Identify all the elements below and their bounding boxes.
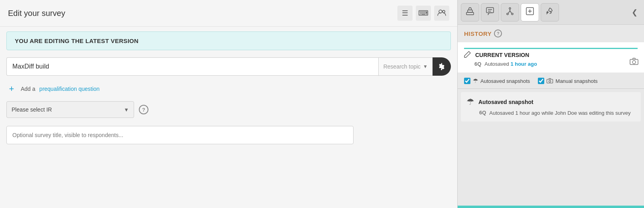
library-icon (466, 7, 474, 18)
svg-point-12 (632, 61, 636, 64)
camera-icon[interactable] (630, 58, 638, 67)
help-users-icon-button[interactable] (434, 6, 449, 21)
ir-dropdown[interactable]: Please select IR ▼ (6, 101, 134, 118)
prequal-row: + Add a prequalification question (6, 84, 451, 94)
current-version-q-count: 6Q (474, 61, 481, 67)
pencil-icon (464, 51, 471, 59)
current-version-card: CURRENT VERSION 6Q Autosaved 1 hour ago (458, 42, 644, 73)
optional-title-input[interactable] (6, 126, 354, 144)
prequal-prefix: Add a (21, 86, 36, 92)
current-version-saved-text: Autosaved 1 hour ago (484, 61, 537, 67)
snapshot-card: ☂ Autosaved snapshot 6Q Autosaved 1 hour… (461, 92, 641, 122)
manual-filter-label: Manual snapshots (555, 78, 598, 84)
svg-point-7 (509, 8, 511, 9)
library-button[interactable] (461, 3, 479, 22)
research-topic-select[interactable]: Research topic ▼ (378, 57, 433, 76)
snapshot-q-count: 6Q (479, 110, 486, 116)
survey-name-input[interactable] (6, 57, 378, 76)
autosaved-filter[interactable]: ☂ Autosaved snapshots (464, 77, 530, 84)
version-banner-text: YOU ARE EDITING THE LATEST VERSION (15, 37, 138, 44)
keyboard-icon-button[interactable]: ⌨ (416, 6, 431, 21)
sidebar-collapse-button[interactable]: ❮ (628, 3, 641, 22)
manual-filter[interactable]: Manual snapshots (538, 78, 598, 84)
svg-point-1 (443, 10, 445, 13)
publish-button[interactable] (541, 3, 559, 22)
keyboard-icon: ⌨ (418, 9, 429, 18)
snapshot-filters: ☂ Autosaved snapshots Manual snapshots (458, 73, 644, 89)
expand-button[interactable] (521, 3, 539, 22)
history-help-button[interactable]: ? (494, 29, 502, 37)
ir-dropdown-chevron: ▼ (124, 107, 129, 113)
autosaved-checkbox[interactable] (464, 78, 470, 84)
rocket-icon (545, 7, 554, 18)
optional-title-row (6, 126, 451, 144)
snapshot-umbrella-icon: ☂ (466, 97, 474, 107)
current-version-label: CURRENT VERSION (475, 52, 529, 58)
plus-icon: + (9, 84, 14, 93)
list-icon: ☰ (402, 9, 408, 18)
ir-help-icon[interactable]: ? (139, 105, 148, 114)
comment-icon (486, 7, 494, 18)
header-icons: ☰ ⌨ (397, 6, 449, 21)
snapshot-description: Autosaved 1 hour ago while John Doe was … (489, 110, 630, 117)
sidebar-history-header: HISTORY ? (458, 25, 644, 42)
list-icon-button[interactable]: ☰ (397, 6, 413, 21)
help-users-icon (437, 9, 446, 18)
version-banner: YOU ARE EDITING THE LATEST VERSION (6, 31, 451, 50)
ir-dropdown-label: Please select IR (12, 106, 52, 113)
main-area: Edit your survey ☰ ⌨ YOU A (0, 0, 457, 208)
history-title: HISTORY (464, 30, 492, 37)
umbrella-icon: ☂ (473, 77, 478, 84)
expand-icon (525, 7, 534, 18)
svg-point-9 (512, 13, 513, 15)
svg-rect-2 (466, 12, 474, 15)
chevron-left-icon: ❮ (632, 8, 638, 17)
sidebar-toolbar: ❮ (458, 0, 644, 25)
survey-name-row: Research topic ▼ (6, 57, 451, 76)
page-title: Edit your survey (8, 9, 65, 18)
bottom-cyan-bar (458, 206, 644, 208)
research-topic-chevron: ▼ (423, 64, 428, 69)
ir-select-row: Please select IR ▼ ? (6, 101, 451, 118)
svg-point-14 (549, 80, 551, 82)
sidebar: ❮ HISTORY ? CURRENT VERSION 6Q Autosaved… (457, 0, 644, 208)
add-prequal-button[interactable]: + (6, 84, 17, 94)
svg-rect-3 (468, 10, 472, 12)
camera-filter-icon (547, 78, 553, 84)
autosaved-filter-label: Autosaved snapshots (480, 78, 530, 84)
research-topic-label: Research topic (383, 63, 421, 70)
prequal-link[interactable]: prequalification question (40, 86, 100, 92)
fork-button[interactable] (501, 3, 519, 22)
manual-checkbox[interactable] (538, 78, 544, 84)
header: Edit your survey ☰ ⌨ (0, 0, 457, 27)
snapshot-title: Autosaved snapshot (478, 99, 533, 105)
svg-rect-4 (486, 8, 494, 13)
gear-toggle-button[interactable] (433, 57, 451, 76)
comment-button[interactable] (481, 3, 499, 22)
svg-point-8 (507, 13, 508, 15)
fork-icon (506, 7, 514, 18)
